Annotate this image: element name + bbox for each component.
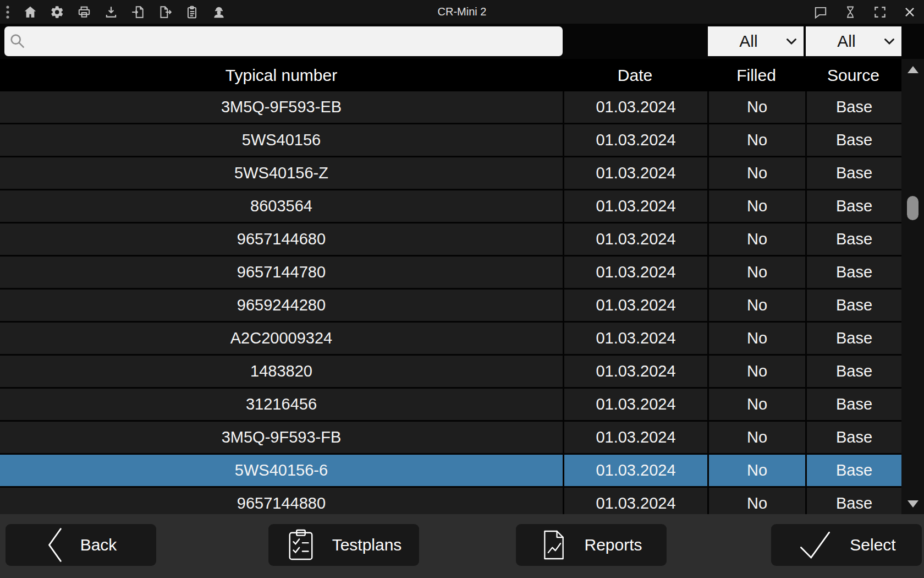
report-clipboard-icon[interactable]	[184, 4, 200, 20]
column-header-source: Source	[805, 59, 901, 91]
cell-filled: No	[707, 257, 805, 288]
back-button[interactable]: Back	[6, 524, 156, 566]
cell-filled: No	[707, 323, 805, 354]
table-body: 3M5Q-9F593-EB 01.03.2024 No Base 5WS4015…	[0, 91, 901, 514]
export-document-icon[interactable]	[157, 4, 173, 20]
chat-icon[interactable]	[813, 4, 828, 20]
cell-source: Base	[805, 257, 901, 288]
settings-gear-icon[interactable]	[50, 4, 65, 20]
cell-date: 01.03.2024	[563, 257, 707, 288]
cell-source: Base	[805, 157, 901, 189]
typicals-table: Typical number Date Filled Source 3M5Q-9…	[0, 59, 901, 514]
table-row[interactable]: 5WS40156-6 01.03.2024 No Base	[0, 455, 901, 488]
close-icon[interactable]	[902, 4, 917, 20]
cell-filled: No	[707, 190, 805, 222]
reports-document-icon	[540, 528, 568, 561]
table-row[interactable]: 3M5Q-9F593-EB 01.03.2024 No Base	[0, 91, 901, 124]
cell-typical-number: 3M5Q-9F593-EB	[0, 91, 563, 123]
testplans-button[interactable]: Testplans	[268, 524, 419, 566]
cell-typical-number: 5WS40156	[0, 124, 563, 156]
cell-typical-number: 8603564	[0, 190, 563, 222]
cell-date: 01.03.2024	[563, 124, 707, 156]
cell-source: Base	[805, 91, 901, 123]
fullscreen-icon[interactable]	[872, 4, 888, 20]
cell-typical-number: 9657144680	[0, 223, 563, 255]
column-header-filled: Filled	[707, 59, 805, 91]
table-header-row: Typical number Date Filled Source	[0, 59, 901, 91]
search-input[interactable]	[26, 26, 563, 56]
scroll-down-arrow-icon	[908, 500, 919, 508]
table-row[interactable]: A2C20009324 01.03.2024 No Base	[0, 323, 901, 356]
reports-button[interactable]: Reports	[516, 524, 667, 566]
cell-filled: No	[707, 422, 805, 453]
cell-source: Base	[805, 455, 901, 486]
cell-date: 01.03.2024	[563, 290, 707, 321]
hourglass-icon[interactable]	[843, 4, 858, 20]
cell-filled: No	[707, 389, 805, 420]
cell-filled: No	[707, 223, 805, 255]
testplans-button-label: Testplans	[332, 536, 402, 554]
column-header-date: Date	[563, 59, 707, 91]
cell-typical-number: 9659244280	[0, 290, 563, 321]
menu-dots-icon[interactable]	[4, 4, 11, 20]
cell-date: 01.03.2024	[563, 190, 707, 222]
cell-source: Base	[805, 356, 901, 387]
cell-source: Base	[805, 488, 901, 514]
scrollbar-thumb[interactable]	[907, 196, 919, 220]
service-user-icon[interactable]	[211, 4, 227, 20]
vertical-scrollbar[interactable]	[901, 59, 924, 514]
cell-source: Base	[805, 190, 901, 222]
cell-typical-number: 1483820	[0, 356, 563, 387]
cell-typical-number: 5WS40156-Z	[0, 157, 563, 189]
printer-icon[interactable]	[76, 4, 92, 20]
cell-source: Base	[805, 323, 901, 354]
search-box[interactable]	[4, 26, 563, 56]
select-checkmark-icon	[797, 528, 833, 562]
column-header-typical-number: Typical number	[0, 59, 563, 91]
select-button[interactable]: Select	[771, 524, 922, 566]
table-row[interactable]: 5WS40156 01.03.2024 No Base	[0, 124, 901, 157]
titlebar-toolbar	[0, 4, 227, 20]
source-filter-value: All	[837, 32, 855, 51]
cell-date: 01.03.2024	[563, 91, 707, 123]
cell-date: 01.03.2024	[563, 223, 707, 255]
cell-filled: No	[707, 157, 805, 189]
table-row[interactable]: 9657144780 01.03.2024 No Base	[0, 257, 901, 290]
import-document-icon[interactable]	[130, 4, 146, 20]
back-chevron-icon	[45, 526, 64, 564]
cell-typical-number: 5WS40156-6	[0, 455, 563, 486]
filled-filter-value: All	[739, 32, 757, 51]
cell-filled: No	[707, 91, 805, 123]
scroll-down-button[interactable]	[901, 495, 924, 512]
table-row[interactable]: 9657144880 01.03.2024 No Base	[0, 488, 901, 514]
table-row[interactable]: 1483820 01.03.2024 No Base	[0, 356, 901, 389]
table-row[interactable]: 9659244280 01.03.2024 No Base	[0, 290, 901, 323]
scroll-up-button[interactable]	[901, 61, 924, 78]
table-row[interactable]: 3M5Q-9F593-FB 01.03.2024 No Base	[0, 422, 901, 455]
download-icon[interactable]	[103, 4, 119, 20]
table-row[interactable]: 9657144680 01.03.2024 No Base	[0, 223, 901, 257]
cell-typical-number: 9657144880	[0, 488, 563, 514]
table-row[interactable]: 31216456 01.03.2024 No Base	[0, 389, 901, 422]
titlebar-right-controls	[813, 0, 917, 24]
table-row[interactable]: 8603564 01.03.2024 No Base	[0, 190, 901, 223]
cell-filled: No	[707, 356, 805, 387]
filter-bar: All All	[0, 24, 924, 59]
cell-date: 01.03.2024	[563, 422, 707, 453]
home-icon[interactable]	[23, 4, 38, 20]
cell-date: 01.03.2024	[563, 455, 707, 486]
app-window: CR-Mini 2 All	[0, 0, 924, 578]
cell-source: Base	[805, 389, 901, 420]
cell-date: 01.03.2024	[563, 323, 707, 354]
scroll-up-arrow-icon	[908, 66, 919, 73]
table-row[interactable]: 5WS40156-Z 01.03.2024 No Base	[0, 157, 901, 190]
filled-filter-dropdown[interactable]: All	[708, 26, 804, 56]
cell-typical-number: 9657144780	[0, 257, 563, 288]
cell-date: 01.03.2024	[563, 356, 707, 387]
source-filter-dropdown[interactable]: All	[806, 26, 901, 56]
cell-filled: No	[707, 124, 805, 156]
cell-date: 01.03.2024	[563, 488, 707, 514]
cell-source: Base	[805, 290, 901, 321]
cell-typical-number: 31216456	[0, 389, 563, 420]
cell-source: Base	[805, 124, 901, 156]
